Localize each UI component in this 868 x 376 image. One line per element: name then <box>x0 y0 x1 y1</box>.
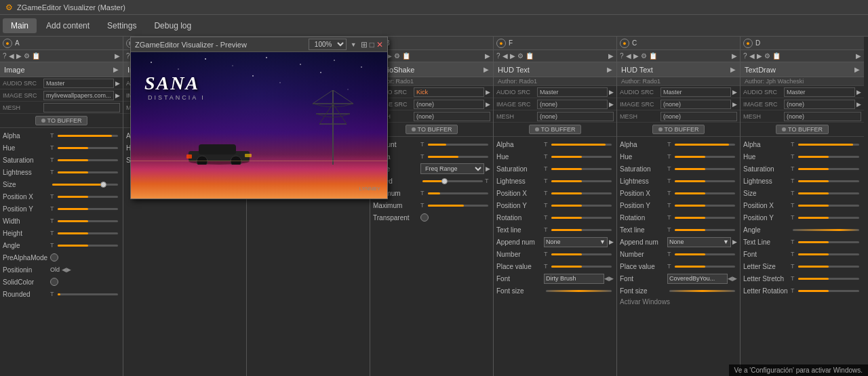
image-src-c[interactable] <box>660 100 731 109</box>
preview-close-icon[interactable]: ✕ <box>376 40 383 49</box>
font-right-f[interactable]: ▶ <box>609 275 614 282</box>
copy-btn-a[interactable]: 📋 <box>32 52 40 60</box>
appendnum-dropdown-c[interactable]: None▼ <box>667 237 731 247</box>
s-angle-d[interactable] <box>793 229 859 231</box>
s-light-d[interactable] <box>798 180 859 182</box>
appendnum-arrow-c[interactable]: ▶ <box>732 238 737 245</box>
src-arrow-c[interactable]: ▶ <box>732 89 737 96</box>
s-sat-c[interactable] <box>675 168 735 170</box>
expand-b[interactable]: ▶ <box>485 52 490 60</box>
image-src-d[interactable] <box>784 100 855 109</box>
img-arrow-b[interactable]: ▶ <box>486 101 490 108</box>
expand-title-c[interactable]: ▶ <box>730 66 736 73</box>
src-arrow-f[interactable]: ▶ <box>609 89 614 96</box>
s-sat-f[interactable] <box>551 168 612 170</box>
prev-btn-a[interactable]: ◀ <box>9 52 14 60</box>
s-textline-d[interactable] <box>798 241 859 243</box>
appendnum-arrow-f[interactable]: ▶ <box>609 238 614 245</box>
expand-f[interactable]: ▶ <box>608 52 614 60</box>
expand-title-a[interactable]: ▶ <box>113 66 119 73</box>
s-size-d[interactable] <box>798 192 859 194</box>
font-dropdown-c[interactable]: CoveredByYou... <box>667 274 728 284</box>
s-light-f[interactable] <box>551 180 612 182</box>
solidcolor-circle-a[interactable] <box>50 278 58 286</box>
s-letterstretch-d[interactable] <box>798 278 859 280</box>
prealpha-circle-a[interactable] <box>50 253 58 262</box>
src-arrow-d[interactable]: ▶ <box>856 89 861 96</box>
preview-zoom-select[interactable]: 100% 50% 200% <box>309 39 347 50</box>
preview-maximize-icon[interactable]: □ <box>370 40 374 49</box>
s-letterrot-d[interactable] <box>798 290 859 292</box>
slider-track-light-a[interactable] <box>58 171 118 173</box>
help-btn-h[interactable]: ? <box>126 52 130 60</box>
prev-btn-c[interactable]: ◀ <box>626 52 631 60</box>
s-posy-d[interactable] <box>798 217 859 219</box>
to-buffer-c[interactable]: TO BUFFER <box>617 123 740 137</box>
image-src-f[interactable] <box>537 100 608 109</box>
mesh-c[interactable] <box>660 112 737 121</box>
help-btn-f[interactable]: ? <box>496 52 500 60</box>
s-rot-f[interactable] <box>551 217 612 219</box>
to-buffer-btn-b[interactable]: TO BUFFER <box>406 125 458 134</box>
s-placeval-c[interactable] <box>675 266 735 268</box>
zoom-arrow[interactable]: ▼ <box>351 41 357 48</box>
positionin-right-a[interactable]: ▶ <box>66 266 71 273</box>
tab-debug-log[interactable]: Debug log <box>146 18 199 33</box>
next-btn-c[interactable]: ▶ <box>633 52 639 60</box>
copy-btn-b[interactable]: 📋 <box>402 52 410 60</box>
s-alpha-f[interactable] <box>551 144 612 146</box>
s-placeval-f[interactable] <box>551 266 612 268</box>
font-left-f[interactable]: ◀ <box>604 275 609 282</box>
audio-src-c[interactable] <box>660 87 731 97</box>
slider-track-speed-b[interactable] <box>422 180 483 182</box>
audio-src-d[interactable] <box>784 87 855 97</box>
s-posx-d[interactable] <box>798 205 859 207</box>
expand-d[interactable]: ▶ <box>856 52 861 60</box>
positionin-left-a[interactable]: ◀ <box>62 266 66 273</box>
s-hue-d[interactable] <box>798 156 859 158</box>
slider-track-alpha-b[interactable] <box>428 156 488 158</box>
s-sat-d[interactable] <box>798 168 859 170</box>
appendnum-dropdown-f[interactable]: None▼ <box>544 237 608 247</box>
s-textline-c[interactable] <box>675 229 735 231</box>
image-src-input-a[interactable] <box>43 91 114 100</box>
gear-btn-c[interactable]: ⚙ <box>641 52 647 60</box>
to-buffer-btn-d[interactable]: TO BUFFER <box>776 125 829 134</box>
img-arrow-f[interactable]: ▶ <box>609 101 614 108</box>
img-arrow-a[interactable]: ▶ <box>115 92 120 99</box>
slider-track-sat-a[interactable] <box>58 159 118 161</box>
expand-title-f[interactable]: ▶ <box>607 66 612 73</box>
src-arrow-b[interactable]: ▶ <box>486 89 490 96</box>
tab-settings[interactable]: Settings <box>99 18 144 33</box>
s-hue-f[interactable] <box>551 156 612 158</box>
expand-title-b[interactable]: ▶ <box>484 66 489 73</box>
src-arrow-a[interactable]: ▶ <box>115 80 120 87</box>
to-buffer-btn-f[interactable]: TO BUFFER <box>529 125 582 134</box>
slider-track-min-b[interactable] <box>428 192 488 194</box>
to-buffer-btn-a[interactable]: TO BUFFER <box>35 116 88 125</box>
slider-track-alpha-a[interactable] <box>58 135 118 137</box>
s-hue-c[interactable] <box>675 156 735 158</box>
next-btn-a[interactable]: ▶ <box>16 52 22 60</box>
slider-track-hue-a[interactable] <box>58 147 118 149</box>
next-btn-f[interactable]: ▶ <box>510 52 515 60</box>
s-alpha-c[interactable] <box>675 144 735 146</box>
audio-src-b[interactable] <box>414 87 484 97</box>
mesh-b[interactable] <box>414 112 490 121</box>
expand-a[interactable]: ▶ <box>115 52 120 60</box>
slider-track-angle-a[interactable] <box>58 245 118 247</box>
expand-c[interactable]: ▶ <box>732 52 737 60</box>
s-alpha-d[interactable] <box>798 144 859 146</box>
audio-src-f[interactable] <box>537 87 608 97</box>
image-src-b[interactable] <box>414 100 484 109</box>
s-rot-c[interactable] <box>675 217 735 219</box>
gear-btn-a[interactable]: ⚙ <box>24 52 30 60</box>
slider-track-height-a[interactable] <box>58 232 118 234</box>
slider-track-rounded-a[interactable] <box>58 293 118 295</box>
prev-btn-f[interactable]: ◀ <box>502 52 508 60</box>
slider-track-size-a[interactable] <box>52 184 118 186</box>
gear-btn-f[interactable]: ⚙ <box>517 52 524 60</box>
s-posx-f[interactable] <box>551 192 612 194</box>
copy-btn-d[interactable]: 📋 <box>772 52 781 60</box>
slider-track-width-a[interactable] <box>58 220 118 222</box>
